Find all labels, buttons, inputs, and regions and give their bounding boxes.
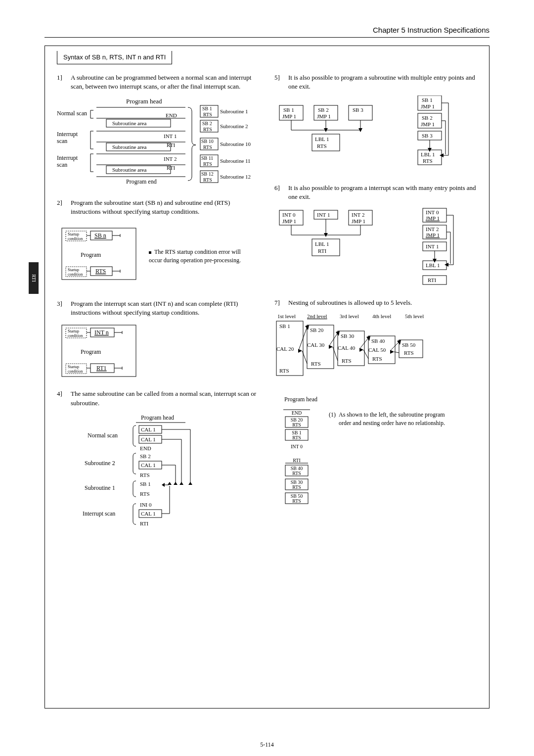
svg-text:INT 1: INT 1: [426, 243, 439, 249]
svg-text:Program end: Program end: [126, 178, 157, 185]
svg-marker-211: [298, 349, 302, 353]
left-column: 1] A subroutine can be programmed betwee…: [57, 73, 260, 549]
svg-text:SB 1: SB 1: [283, 107, 294, 113]
svg-text:CAL 1: CAL 1: [141, 462, 156, 468]
diagram-7: 1st level 2nd level 3rd level 4th level …: [274, 311, 472, 385]
svg-text:condition: condition: [68, 333, 83, 338]
svg-text:SB 2: SB 2: [318, 107, 329, 113]
svg-text:INT 1: INT 1: [317, 212, 330, 218]
svg-text:RTS: RTS: [423, 158, 433, 164]
svg-text:Subroutine area: Subroutine area: [112, 144, 146, 150]
svg-text:END: END: [140, 445, 151, 451]
svg-text:INI 0: INI 0: [140, 502, 152, 508]
svg-text:RTS: RTS: [372, 356, 382, 362]
svg-text:Normal scan: Normal scan: [57, 110, 87, 117]
svg-text:SB 1: SB 1: [202, 106, 212, 111]
svg-text:condition: condition: [68, 272, 83, 277]
svg-text:SB n: SB n: [94, 232, 106, 239]
svg-marker-112: [179, 482, 183, 485]
item-3: 3] Program the interrupt scan start (INT…: [57, 299, 260, 317]
svg-text:3rd level: 3rd level: [340, 313, 359, 319]
diagram-5: SB 1JMP 1 SB 2JMP 1 SB 3 LBL 1RTS SB 1JM…: [274, 95, 472, 175]
svg-text:5th level: 5th level: [405, 313, 424, 319]
svg-text:RTS: RTS: [317, 143, 327, 149]
svg-text:Subroutine 1: Subroutine 1: [85, 484, 115, 491]
svg-marker-111: [174, 482, 178, 485]
svg-text:LBL 1: LBL 1: [421, 151, 435, 157]
svg-text:Program: Program: [81, 348, 101, 355]
svg-text:INT 2: INT 2: [426, 226, 439, 232]
svg-text:Program: Program: [81, 251, 101, 258]
svg-text:SB 11: SB 11: [201, 155, 213, 161]
item-1: 1] A subroutine can be programmed betwee…: [57, 73, 260, 91]
svg-text:SB 1: SB 1: [140, 481, 151, 487]
svg-text:RT1: RT1: [96, 365, 107, 372]
content-frame: Syntax of SB n, RTS, INT n and RTI 1] A …: [44, 46, 490, 709]
svg-text:Program head: Program head: [141, 414, 174, 421]
svg-marker-114: [162, 483, 165, 487]
svg-text:Subroutine 10: Subroutine 10: [220, 141, 251, 147]
diagram-2: Startupcondition SB n Program Startupcon…: [57, 224, 141, 284]
svg-marker-213: [329, 345, 333, 349]
svg-text:RTS: RTS: [203, 112, 212, 117]
svg-text:RTS: RTS: [292, 471, 301, 476]
svg-text:END: END: [292, 410, 302, 416]
svg-text:SB 2: SB 2: [202, 121, 212, 126]
svg-text:RTS: RTS: [292, 498, 301, 504]
svg-text:Interrupt scan: Interrupt scan: [83, 510, 115, 517]
svg-text:CAL 40: CAL 40: [338, 345, 356, 351]
svg-text:Startup: Startup: [68, 232, 79, 236]
svg-text:scan: scan: [57, 138, 67, 144]
svg-text:RTI: RTI: [318, 248, 326, 254]
svg-text:INT 1: INT 1: [164, 133, 177, 139]
svg-text:Program head: Program head: [126, 97, 162, 105]
svg-text:RTS: RTS: [140, 491, 150, 497]
svg-text:1st level: 1st level: [277, 313, 296, 319]
svg-text:SB 40: SB 40: [371, 338, 385, 344]
diagram-8: END SB 20RTS SB 1RTS INT 0 RTI SB 40RTS …: [274, 408, 319, 521]
svg-text:Subroutine 11: Subroutine 11: [220, 158, 251, 164]
svg-text:CAL 1: CAL 1: [141, 436, 156, 442]
svg-text:SB 10: SB 10: [201, 139, 214, 144]
svg-text:Interrupt: Interrupt: [57, 131, 78, 138]
svg-text:Startup: Startup: [68, 329, 79, 333]
syntax-title-box: Syntax of SB n, RTS, INT n and RTI: [57, 51, 172, 64]
svg-text:Startup: Startup: [68, 365, 79, 369]
right-column: 5] It is also possible to program a subr…: [274, 73, 477, 549]
svg-text:JMP 1: JMP 1: [317, 113, 331, 119]
svg-text:scan: scan: [57, 161, 67, 168]
svg-text:Startup: Startup: [68, 268, 79, 272]
svg-text:RTI: RTI: [140, 520, 148, 526]
item-4: 4] The same subroutine can be called fro…: [57, 389, 260, 407]
svg-text:RTS: RTS: [95, 268, 106, 275]
svg-text:RTS: RTS: [311, 361, 321, 367]
page-number: 5-114: [0, 741, 534, 749]
svg-text:condition: condition: [68, 369, 83, 374]
diagram-1: Program head Normal scan Interrupt scan …: [57, 95, 260, 189]
svg-text:SB 1: SB 1: [422, 97, 433, 103]
svg-text:CAL 1: CAL 1: [141, 511, 156, 517]
svg-text:CAL 1: CAL 1: [141, 426, 156, 432]
side-tab: RTI: [29, 262, 39, 294]
chapter-header: Chapter 5 Instruction Specifications: [44, 25, 490, 35]
svg-text:SB 30: SB 30: [341, 333, 355, 339]
svg-marker-215: [359, 348, 363, 352]
svg-text:JMP 1: JMP 1: [282, 218, 296, 224]
svg-text:JMP 1: JMP 1: [426, 232, 440, 238]
svg-text:CAL 20: CAL 20: [276, 346, 294, 352]
svg-text:INT 0: INT 0: [282, 212, 296, 218]
svg-marker-113: [188, 482, 192, 485]
item-2: 2] Program the subroutine start (SB n) a…: [57, 198, 260, 216]
diagram-8-note: (1) As shown to the left, the subroutine…: [329, 411, 447, 427]
svg-text:JMP 1: JMP 1: [282, 113, 296, 119]
item-5: 5] It is also possible to program a subr…: [274, 73, 477, 91]
svg-marker-110: [168, 482, 172, 485]
svg-text:RTS: RTS: [203, 161, 212, 167]
svg-text:RTS: RTS: [292, 484, 301, 490]
svg-text:RTS: RTS: [279, 368, 289, 374]
item-6: 6] It is also possible to program a inte…: [274, 184, 477, 201]
svg-marker-217: [390, 350, 394, 354]
svg-text:JMP 1: JMP 1: [426, 215, 440, 221]
diagram-4: Program head Normal scan Subroutine 2 Su…: [57, 412, 215, 540]
header-rule: [44, 37, 490, 38]
